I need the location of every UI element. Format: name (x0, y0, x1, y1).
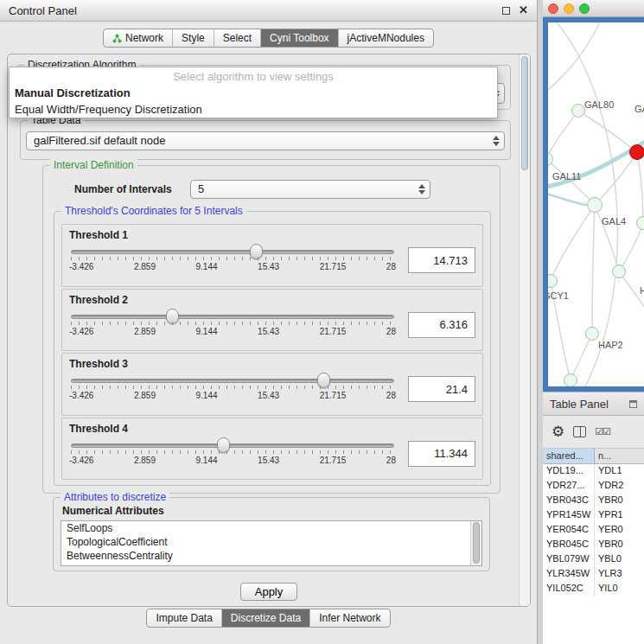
scale-label: -3.426 (69, 456, 93, 465)
numerical-attributes-list[interactable]: SelfLoopsTopologicalCoefficientBetweenne… (61, 520, 482, 566)
scale-label: 15.43 (258, 391, 279, 400)
gear-icon[interactable]: ⚙ (552, 424, 564, 439)
table-row[interactable]: YDL19...YDL1 (543, 464, 644, 479)
network-node[interactable] (612, 265, 626, 278)
close-icon[interactable]: ✕ (519, 5, 528, 16)
apply-row: Apply (8, 583, 530, 601)
table-cell: YPR1 (595, 508, 644, 523)
network-node[interactable] (587, 197, 603, 213)
list-scrollbar-thumb[interactable] (473, 522, 480, 564)
table-row[interactable]: YDR27...YDR2 (543, 479, 644, 494)
scale-label: 2.859 (134, 456, 156, 465)
threshold-row: -3.4262.8599.14415.4321.7152821.4 (69, 371, 475, 407)
attribute-items: SelfLoopsTopologicalCoefficientBetweenne… (61, 521, 481, 563)
dropdown-option[interactable]: Equal Width/Frequency Discretization (10, 101, 497, 118)
table-data-value: galFiltered.sif default node (27, 132, 504, 150)
table-cell: YBR0 (595, 494, 644, 508)
table-cell: YBL0 (595, 552, 644, 567)
tab-jactivemnodules[interactable]: jActiveMNodules (338, 29, 433, 47)
scale-label: 9.144 (196, 391, 218, 400)
table-row[interactable]: YBR043CYBR0 (543, 494, 644, 508)
tab-discretize-data[interactable]: Discretize Data (221, 609, 309, 627)
number-of-intervals-spinner[interactable]: 5 (190, 180, 430, 199)
table-row[interactable]: YPR145WYPR1 (543, 508, 644, 523)
threshold-value-field[interactable]: 21.4 (408, 376, 475, 402)
list-item[interactable]: TopologicalCoefficient (61, 535, 481, 549)
threshold-slider[interactable]: -3.4262.8599.14415.4321.71528 (69, 242, 396, 278)
close-traffic-light-icon[interactable] (548, 3, 558, 14)
list-item[interactable]: BetweennessCentrality (61, 549, 481, 563)
attributes-group: Attributes to discretize Numerical Attri… (53, 497, 490, 571)
tab-style[interactable]: Style (172, 29, 214, 47)
table-row[interactable]: YLR345WYLR3 (543, 567, 644, 582)
slider-ticks (71, 322, 394, 325)
node-label: HAP2 (598, 340, 623, 350)
table-row[interactable]: YIL052CYIL0 (543, 582, 644, 596)
network-view-window: GAL80GAGAL11GAL4GCY1HAP2H (543, 0, 644, 392)
tab-impute-data[interactable]: Impute Data (147, 609, 220, 627)
table-data-combobox[interactable]: galFiltered.sif default node (26, 131, 505, 150)
zoom-traffic-light-icon[interactable] (579, 3, 590, 14)
threshold-label: Threshold 1 (69, 229, 475, 241)
scale-label: 2.859 (134, 327, 156, 336)
table-cell: YDR2 (595, 479, 644, 494)
table-row[interactable]: YER054CYER0 (543, 523, 644, 538)
minimize-traffic-light-icon[interactable] (564, 3, 574, 14)
threshold-value-field[interactable]: 11.344 (408, 441, 475, 467)
tab-label: Infer Network (319, 612, 380, 624)
threshold-slider[interactable]: -3.4262.8599.14415.4321.71528 (69, 307, 396, 343)
slider-track[interactable] (71, 443, 394, 448)
threshold-value-field[interactable]: 6.316 (408, 312, 475, 338)
control-panel-titlebar: Control Panel ✕ (0, 0, 537, 22)
threshold-row: -3.4262.8599.14415.4321.7152814.713 (69, 242, 475, 278)
table-cell: YPR145W (543, 508, 595, 523)
slider-ticks (71, 450, 394, 454)
table-cell: YER054C (543, 523, 595, 538)
threshold-slider[interactable]: -3.4262.8599.14415.4321.71528 (69, 371, 396, 407)
slider-ticks (71, 257, 394, 260)
slider-track[interactable] (71, 315, 394, 319)
apply-button[interactable]: Apply (240, 583, 298, 601)
node-label: H (640, 285, 644, 296)
selected-node[interactable] (629, 144, 644, 160)
network-canvas[interactable]: GAL80GAGAL11GAL4GCY1HAP2H (548, 22, 644, 386)
network-node[interactable] (636, 216, 644, 230)
slider-track[interactable] (71, 250, 394, 254)
threshold-value-field[interactable]: 14.713 (408, 247, 475, 273)
tab-select[interactable]: Select (214, 29, 260, 47)
column-header[interactable]: n... (595, 449, 644, 463)
network-node[interactable] (571, 104, 585, 118)
threshold-slider[interactable]: -3.4262.8599.14415.4321.71528 (69, 436, 396, 472)
node-label: GCY1 (548, 290, 569, 301)
threshold-panel: Threshold 4-3.4262.8599.14415.4321.71528… (61, 418, 483, 481)
list-scrollbar[interactable] (470, 521, 481, 565)
dropdown-option[interactable]: Manual Discretization (10, 85, 497, 101)
control-panel-scrollbar[interactable] (519, 54, 530, 606)
table-row[interactable]: YBR045CYBR0 (543, 538, 644, 552)
bottom-tab-bar: Impute DataDiscretize DataInfer Network (146, 609, 390, 628)
top-tab-row: NetworkStyleSelectCyni ToolboxjActiveMNo… (0, 29, 537, 48)
table-row[interactable]: YBL079WYBL0 (543, 552, 644, 567)
tab-infer-network[interactable]: Infer Network (309, 609, 389, 627)
tab-cyni-toolbox[interactable]: Cyni Toolbox (260, 29, 337, 47)
network-node[interactable] (564, 373, 577, 386)
table-cell: YLR345W (543, 567, 595, 582)
group-title-attributes: Attributes to discretize (61, 491, 169, 503)
table-cell: YBR0 (595, 538, 644, 552)
scrollbar-thumb[interactable] (521, 56, 528, 170)
select-columns-icon[interactable]: ☑☑ (595, 426, 610, 437)
tab-network[interactable]: Network (104, 29, 172, 47)
columns-icon[interactable] (573, 426, 586, 437)
list-item[interactable]: SelfLoops (61, 521, 481, 535)
table-browser-window: ⚙ ☑☑ shared...n... YDL19...YDL1YDR27...Y… (543, 416, 644, 644)
float-window-icon[interactable] (502, 7, 510, 15)
combo-arrows-icon (493, 136, 500, 146)
table-panel-title: Table Panel (550, 398, 609, 411)
network-node[interactable] (585, 327, 599, 341)
tab-label: jActiveMNodules (348, 32, 424, 44)
float-panel-icon[interactable] (629, 400, 637, 408)
slider-track[interactable] (71, 379, 394, 383)
column-header[interactable]: shared... (543, 449, 595, 463)
bottom-tab-row: Impute DataDiscretize DataInfer Network (0, 609, 537, 628)
slider-scale: -3.4262.8599.14415.4321.71528 (69, 327, 396, 336)
